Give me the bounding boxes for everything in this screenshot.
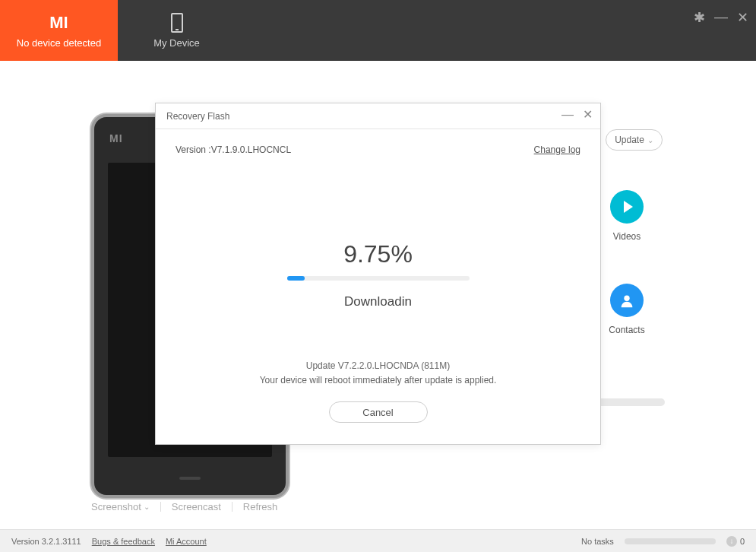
settings-icon[interactable] bbox=[694, 9, 705, 26]
update-label: Update bbox=[615, 135, 644, 145]
screencast-button[interactable]: Screencast bbox=[172, 501, 221, 512]
svg-point-0 bbox=[624, 296, 629, 301]
statusbar: Version 3.2.1.3111 Bugs & feedback Mi Ac… bbox=[0, 529, 756, 552]
close-icon[interactable]: ✕ bbox=[737, 9, 748, 26]
window-controls: — ✕ bbox=[694, 9, 748, 26]
download-count[interactable]: ↓ 0 bbox=[726, 536, 745, 547]
phone-home-button bbox=[179, 477, 201, 480]
progress-status: Downloadin bbox=[176, 294, 580, 309]
titlebar: MI No device detected My Device — ✕ bbox=[0, 0, 756, 61]
recovery-flash-dialog: Recovery Flash — ✕ Version :V7.1.9.0.LHO… bbox=[155, 103, 601, 445]
update-dropdown[interactable]: Update ⌄ bbox=[606, 129, 663, 151]
update-version-text: Update V7.2.2.0.LHOCNDA (811M) bbox=[156, 359, 600, 373]
update-info: Update V7.2.2.0.LHOCNDA (811M) Your devi… bbox=[156, 359, 600, 388]
tasks-progress bbox=[625, 538, 716, 544]
progress-percent: 9.75% bbox=[176, 240, 580, 268]
tab-label: My Device bbox=[153, 37, 200, 49]
shortcuts: Videos Contacts bbox=[600, 190, 653, 335]
mi-logo-icon: MI bbox=[49, 13, 68, 33]
shortcut-videos[interactable]: Videos bbox=[610, 190, 644, 242]
separator bbox=[232, 502, 232, 512]
bottom-actions: Screenshot ⌄ Screencast Refresh bbox=[91, 501, 277, 512]
screenshot-button[interactable]: Screenshot ⌄ bbox=[91, 501, 150, 512]
progress-area: 9.75% Downloadin bbox=[176, 240, 580, 309]
device-icon bbox=[171, 13, 183, 33]
download-icon: ↓ bbox=[726, 536, 737, 547]
dialog-body: Version :V7.1.9.0.LHOCNCL Change log 9.7… bbox=[156, 129, 600, 444]
cancel-button[interactable]: Cancel bbox=[329, 401, 428, 423]
play-icon bbox=[610, 190, 644, 224]
minimize-icon[interactable]: — bbox=[714, 9, 728, 26]
progress-track bbox=[287, 276, 470, 281]
user-icon bbox=[610, 284, 644, 317]
version-label: Version :V7.1.9.0.LHOCNCL bbox=[176, 144, 291, 155]
separator bbox=[160, 502, 161, 512]
dialog-close-icon[interactable]: ✕ bbox=[583, 109, 593, 121]
update-hint-text: Your device will reboot immediately afte… bbox=[156, 373, 600, 388]
app-version-text: Version 3.2.1.3111 bbox=[11, 537, 81, 546]
shortcut-label: Videos bbox=[613, 231, 641, 242]
tab-my-device[interactable]: My Device bbox=[118, 0, 236, 61]
phone-mi-logo: MI bbox=[109, 132, 123, 144]
mi-account-link[interactable]: Mi Account bbox=[166, 537, 207, 546]
dialog-title-text: Recovery Flash bbox=[166, 111, 229, 122]
change-log-link[interactable]: Change log bbox=[534, 144, 580, 155]
tab-no-device[interactable]: MI No device detected bbox=[0, 0, 118, 61]
shortcut-label: Contacts bbox=[609, 325, 644, 335]
progress-fill bbox=[287, 276, 305, 281]
tasks-text: No tasks bbox=[581, 537, 614, 546]
storage-bar bbox=[596, 398, 665, 406]
dialog-minimize-icon[interactable]: — bbox=[561, 109, 574, 121]
tab-label: No device detected bbox=[17, 37, 101, 49]
refresh-button[interactable]: Refresh bbox=[243, 501, 278, 512]
shortcut-contacts[interactable]: Contacts bbox=[609, 284, 644, 335]
bugs-link[interactable]: Bugs & feedback bbox=[92, 537, 155, 546]
download-count-text: 0 bbox=[740, 537, 745, 546]
dialog-titlebar: Recovery Flash — ✕ bbox=[156, 103, 600, 129]
chevron-down-icon: ⌄ bbox=[144, 503, 150, 511]
version-row: Version :V7.1.9.0.LHOCNCL Change log bbox=[176, 144, 580, 155]
chevron-down-icon: ⌄ bbox=[647, 136, 653, 144]
